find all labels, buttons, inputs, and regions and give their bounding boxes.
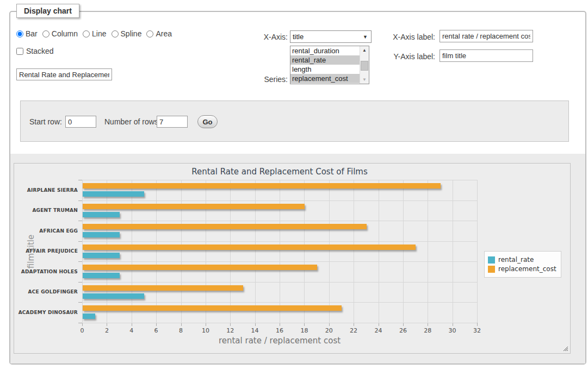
bar-replacement_cost [83,183,441,189]
gridline-vertical [453,180,453,323]
gridline-vertical [230,180,231,323]
chart-type-option-bar[interactable]: Bar [16,29,38,38]
series-scrollbar[interactable]: ▲ ▼ [360,46,369,84]
category-label: AFFAIR PREJUDICE [18,249,78,254]
legend-swatch-icon [488,256,495,264]
bar-replacement_cost [83,204,305,209]
gridline-vertical [132,180,132,323]
y-axis-tick [78,323,82,323]
series-select-label: Series: [239,75,288,84]
bar-replacement_cost [83,265,317,270]
bar-replacement_cost [83,224,367,229]
series-option-replacement_cost[interactable]: replacement_cost [290,74,360,83]
x-tick-label: 6 [149,327,163,334]
series-option-rental_duration[interactable]: rental_duration [290,46,360,55]
chart-wrapper: Rental Rate and Replacement Cost of Film… [10,154,585,363]
x-tick-label: 28 [420,327,435,334]
category-label: ACE GOLDFINGER [18,290,78,294]
x-tick-label: 24 [372,327,386,334]
bar-rental_rate [83,212,120,217]
x-tick-label: 2 [100,327,114,334]
bar-rental_rate [83,232,120,237]
chart-type-label: Column [52,29,78,38]
gridline-vertical [354,180,354,323]
x-axis-label-input[interactable] [440,30,533,42]
gridline-vertical [304,180,305,323]
x-tick-label: 14 [248,327,262,334]
chart-type-radio-area[interactable] [146,30,153,37]
gridline-vertical [156,180,157,323]
bar-replacement_cost [83,244,416,250]
chart-type-options: BarColumnLineSplineArea [16,29,177,38]
gridline-horizontal [82,261,477,262]
chart-type-label: Line [92,29,106,38]
category-label: ADAPTATION HOLES [18,269,78,274]
x-tick-label: 20 [322,327,336,334]
gridline-vertical [181,180,182,323]
page: Display chart BarColumnLineSplineArea St… [0,0,588,370]
x-axis-select-label: X-Axis: [239,33,288,41]
stacked-label: Stacked [26,47,54,55]
chart-title-input[interactable] [16,68,112,80]
bar-replacement_cost [83,305,342,311]
chart-type-option-column[interactable]: Column [42,29,78,38]
gridline-vertical [379,180,379,323]
chart-type-label: Area [156,29,172,38]
x-tick-label: 4 [125,327,139,334]
chart-type-label: Bar [26,29,38,38]
chart-canvas: Rental Rate and Replacement Cost of Film… [14,164,570,353]
series-listbox[interactable]: rental_durationrental_ratelengthreplacem… [290,46,369,84]
gridline-horizontal [82,323,477,323]
resize-handle-icon[interactable] [562,345,568,352]
gridline-horizontal [82,221,477,221]
x-axis-label-label: X-Axis label: [381,33,435,41]
series-option-length[interactable]: length [290,65,360,74]
chart-type-option-line[interactable]: Line [83,29,106,38]
y-axis-label-input[interactable] [440,49,533,62]
y-axis-tick [78,180,82,180]
scroll-down-icon[interactable]: ▼ [360,76,369,84]
y-axis-tick [78,221,82,221]
chart-type-radio-column[interactable] [42,30,49,37]
gridline-horizontal [82,282,477,283]
x-tick-label: 8 [174,327,188,334]
chart-type-radio-line[interactable] [83,30,90,37]
chart-title: Rental Rate and Replacement Cost of Film… [82,167,477,177]
category-label: AIRPLANE SIERRA [18,188,78,193]
chart-type-option-spline[interactable]: Spline [112,29,142,38]
chart-type-radio-bar[interactable] [16,30,23,37]
gridline-vertical [477,180,478,323]
legend-item-rental_rate[interactable]: rental_rate [488,256,556,264]
num-rows-input[interactable] [157,116,188,128]
gridline-vertical [329,180,330,323]
chart-type-radio-spline[interactable] [112,30,119,37]
series-option-rental_rate[interactable]: rental_rate [290,55,360,65]
bar-rental_rate [83,191,144,197]
y-axis-tick [78,261,82,262]
stacked-checkbox[interactable] [16,48,23,55]
chart-legend: rental_ratereplacement_cost [484,251,561,278]
panel-title: Display chart [16,4,79,18]
x-axis-title: rental rate / replacement cost [82,336,477,346]
x-tick-label: 30 [445,327,460,334]
go-button[interactable]: Go [197,115,218,128]
category-label: AFRICAN EGG [18,229,78,234]
x-tick-label: 32 [470,327,484,334]
legend-label: rental_rate [498,256,534,264]
start-row-label: Start row: [29,117,62,126]
y-axis-tick [78,282,82,283]
gridline-horizontal [82,200,477,201]
scrollbar-thumb[interactable] [361,61,368,71]
x-axis-select[interactable]: title ▼ [290,30,372,43]
gridline-horizontal [82,241,477,242]
gridline-horizontal [82,180,477,180]
chart-container: Rental Rate and Replacement Cost of Film… [14,163,571,354]
start-row-input[interactable] [65,116,96,128]
gridline-vertical [428,180,428,323]
scroll-up-icon[interactable]: ▲ [360,46,369,54]
x-tick-label: 12 [223,327,237,334]
x-axis-tick [477,323,478,326]
bar-replacement_cost [83,285,243,291]
chart-type-option-area[interactable]: Area [146,29,172,38]
legend-item-replacement_cost[interactable]: replacement_cost [488,265,556,273]
